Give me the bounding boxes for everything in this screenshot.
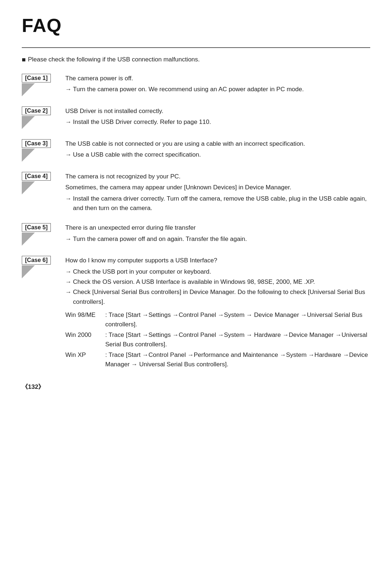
case-main-text: How do I know my computer supports a USB… (65, 256, 370, 265)
case-subtable-6: Win 98/ME: Trace [Start →Settings →Contr… (65, 310, 370, 370)
arrow-text: Check [Universal Serial Bus controllers]… (73, 287, 370, 307)
case-label-6: [Case 6] (22, 256, 51, 265)
arrow-symbol: → (65, 117, 72, 127)
cases-container: [Case 1]The camera power is off.→Turn th… (22, 74, 370, 370)
case-label-2: [Case 2] (22, 106, 51, 115)
subtable-row: Win 2000: Trace [Start →Settings →Contro… (65, 330, 370, 350)
case-block-4: [Case 4]The camera is not recognized by … (22, 172, 370, 213)
case-triangle-4 (22, 181, 35, 194)
intro-text: Please check the following if the USB co… (28, 56, 200, 63)
title-divider (22, 47, 370, 48)
case-triangle-3 (22, 149, 35, 162)
subtable-col2: : Trace [Start →Control Panel →Performan… (105, 350, 370, 370)
arrow-text: Turn the camera power on. We recommend u… (73, 85, 370, 94)
subtable-col2: : Trace [Start →Settings →Control Panel … (105, 330, 370, 350)
intro-line: ■ Please check the following if the USB … (22, 56, 370, 64)
case-content-5: There is an unexpected error during file… (62, 223, 370, 244)
case-block-2: [Case 2]USB Driver is not installed corr… (22, 106, 370, 129)
case-arrow-6-2: →Check the OS version. A USB Interface i… (65, 277, 370, 287)
arrow-text: Check the OS version. A USB Interface is… (73, 277, 370, 287)
subtable-col1: Win XP (65, 350, 105, 370)
arrow-text: Turn the camera power off and on again. … (73, 234, 370, 244)
intro-bullet: ■ (22, 56, 26, 64)
case-main-text: The USB cable is not connected or you ar… (65, 139, 370, 149)
case-arrow-6-1: →Check the USB port in your computer or … (65, 267, 370, 277)
case-block-1: [Case 1]The camera power is off.→Turn th… (22, 74, 370, 96)
case-content-4: The camera is not recognized by your PC.… (62, 172, 370, 213)
case-main-text: Sometimes, the camera may appear under [… (65, 183, 370, 192)
case-main-text: There is an unexpected error during file… (65, 223, 370, 233)
subtable-row: Win XP: Trace [Start →Control Panel →Per… (65, 350, 370, 370)
case-label-wrap-4: [Case 4] (22, 172, 62, 194)
arrow-text: Use a USB cable with the correct specifi… (73, 150, 370, 160)
case-content-3: The USB cable is not connected or you ar… (62, 139, 370, 160)
case-label-wrap-1: [Case 1] (22, 74, 62, 96)
case-label-5: [Case 5] (22, 223, 51, 232)
case-label-wrap-2: [Case 2] (22, 106, 62, 129)
case-main-text: USB Driver is not installed correctly. (65, 106, 370, 116)
case-arrow-1-1: →Turn the camera power on. We recommend … (65, 85, 370, 94)
case-label-1: [Case 1] (22, 74, 51, 82)
case-label-wrap-6: [Case 6] (22, 256, 62, 278)
arrow-symbol: → (65, 194, 72, 204)
case-block-3: [Case 3]The USB cable is not connected o… (22, 139, 370, 162)
subtable-col1: Win 2000 (65, 330, 105, 350)
case-label-4: [Case 4] (22, 172, 51, 181)
case-content-1: The camera power is off.→Turn the camera… (62, 74, 370, 94)
case-main-text: The camera is not recognized by your PC. (65, 172, 370, 181)
case-triangle-1 (22, 83, 35, 96)
page-title: FAQ (22, 15, 370, 36)
case-arrow-6-3: →Check [Universal Serial Bus controllers… (65, 287, 370, 307)
subtable-col1: Win 98/ME (65, 310, 105, 330)
arrow-symbol: → (65, 267, 72, 277)
case-main-text: The camera power is off. (65, 74, 370, 83)
case-label-wrap-3: [Case 3] (22, 139, 62, 162)
arrow-symbol: → (65, 277, 72, 287)
case-arrow-2-1: →Install the USB Driver correctly. Refer… (65, 117, 370, 127)
case-arrow-3-1: →Use a USB cable with the correct specif… (65, 150, 370, 160)
case-triangle-2 (22, 116, 35, 129)
arrow-symbol: → (65, 85, 72, 94)
arrow-symbol: → (65, 287, 72, 297)
case-triangle-6 (22, 265, 35, 278)
case-content-2: USB Driver is not installed correctly.→I… (62, 106, 370, 127)
case-arrow-4-1: →Install the camera driver correctly. Tu… (65, 194, 370, 213)
case-label-3: [Case 3] (22, 139, 51, 148)
case-arrow-5-1: →Turn the camera power off and on again.… (65, 234, 370, 244)
arrow-symbol: → (65, 150, 72, 160)
page-footer: 《132》 (22, 383, 370, 391)
case-triangle-5 (22, 233, 35, 246)
arrow-text: Install the camera driver correctly. Tur… (73, 194, 370, 213)
case-label-wrap-5: [Case 5] (22, 223, 62, 246)
subtable-row: Win 98/ME: Trace [Start →Settings →Contr… (65, 310, 370, 330)
case-content-6: How do I know my computer supports a USB… (62, 256, 370, 370)
arrow-symbol: → (65, 234, 72, 244)
arrow-text: Check the USB port in your computer or k… (73, 267, 370, 277)
subtable-col2: : Trace [Start →Settings →Control Panel … (105, 310, 370, 330)
case-block-6: [Case 6]How do I know my computer suppor… (22, 256, 370, 370)
case-block-5: [Case 5]There is an unexpected error dur… (22, 223, 370, 246)
arrow-text: Install the USB Driver correctly. Refer … (73, 117, 370, 127)
